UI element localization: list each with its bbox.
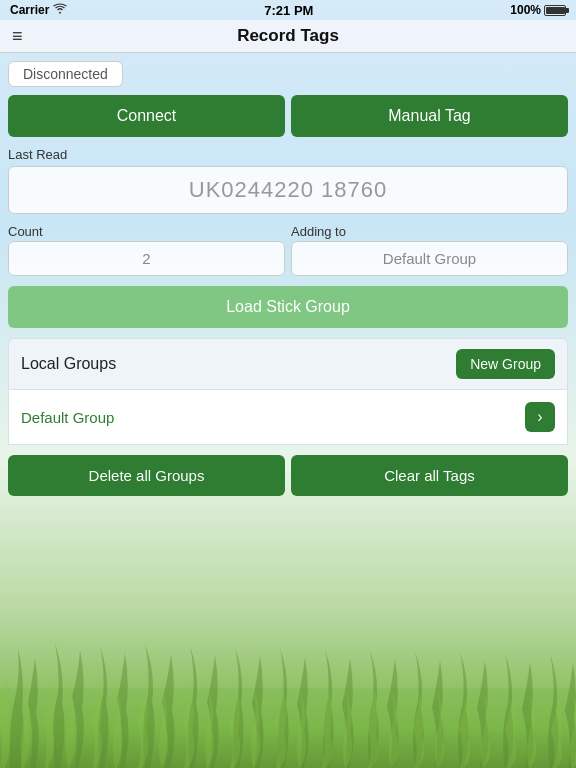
adding-to-label: Adding to bbox=[291, 224, 568, 239]
status-right: 100% bbox=[510, 3, 566, 17]
load-stick-group-button[interactable]: Load Stick Group bbox=[8, 286, 568, 328]
last-read-value: UK0244220 18760 bbox=[8, 166, 568, 214]
bottom-actions: Delete all Groups Clear all Tags bbox=[8, 455, 568, 496]
count-value: 2 bbox=[8, 241, 285, 276]
count-section: Count 2 bbox=[8, 224, 285, 276]
nav-bar: ≡ Record Tags bbox=[0, 20, 576, 53]
grass-decoration bbox=[0, 548, 576, 768]
adding-to-value: Default Group bbox=[291, 241, 568, 276]
battery-icon bbox=[544, 5, 566, 16]
status-left: Carrier bbox=[10, 3, 67, 17]
local-groups-title: Local Groups bbox=[21, 355, 116, 373]
chevron-right-icon: › bbox=[537, 408, 542, 426]
page-title: Record Tags bbox=[237, 26, 339, 46]
connection-status: Disconnected bbox=[8, 61, 123, 87]
last-read-section: Last Read UK0244220 18760 bbox=[8, 147, 568, 214]
primary-actions: Connect Manual Tag bbox=[8, 95, 568, 137]
main-content: Disconnected Connect Manual Tag Last Rea… bbox=[0, 53, 576, 504]
status-time: 7:21 PM bbox=[264, 3, 313, 18]
adding-to-section: Adding to Default Group bbox=[291, 224, 568, 276]
battery-percentage: 100% bbox=[510, 3, 541, 17]
carrier-label: Carrier bbox=[10, 3, 49, 17]
delete-all-groups-button[interactable]: Delete all Groups bbox=[8, 455, 285, 496]
clear-all-tags-button[interactable]: Clear all Tags bbox=[291, 455, 568, 496]
list-item: Default Group › bbox=[8, 390, 568, 445]
menu-icon[interactable]: ≡ bbox=[12, 26, 23, 47]
group-chevron-button[interactable]: › bbox=[525, 402, 555, 432]
count-row: Count 2 Adding to Default Group bbox=[8, 224, 568, 276]
last-read-label: Last Read bbox=[8, 147, 568, 162]
svg-rect-0 bbox=[0, 688, 576, 768]
local-groups-header: Local Groups New Group bbox=[8, 338, 568, 390]
count-label: Count bbox=[8, 224, 285, 239]
new-group-button[interactable]: New Group bbox=[456, 349, 555, 379]
wifi-icon bbox=[53, 3, 67, 17]
disconnected-badge: Disconnected bbox=[8, 61, 568, 95]
status-bar: Carrier 7:21 PM 100% bbox=[0, 0, 576, 20]
connect-button[interactable]: Connect bbox=[8, 95, 285, 137]
manual-tag-button[interactable]: Manual Tag bbox=[291, 95, 568, 137]
local-groups-section: Local Groups New Group Default Group › bbox=[8, 338, 568, 445]
group-name: Default Group bbox=[21, 409, 114, 426]
